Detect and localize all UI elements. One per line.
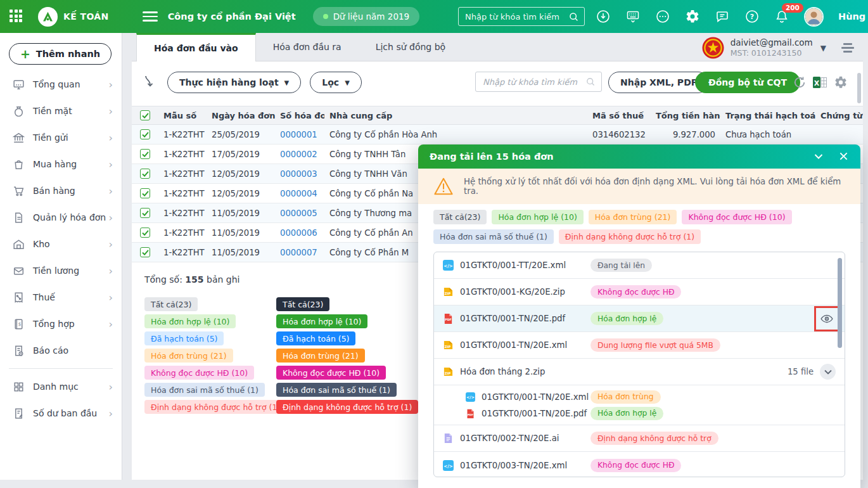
file-row[interactable]: ZIP 01GTKT0/001-KG/20E.zip Không đọc đượ… (434, 279, 845, 305)
column-header[interactable]: Mã số thuế (587, 111, 651, 120)
row-checkbox[interactable] (140, 247, 150, 257)
global-search[interactable] (458, 7, 585, 26)
notifications-bell-icon[interactable]: 200 (774, 9, 789, 24)
chevron-down-icon[interactable]: ▼ (820, 44, 826, 53)
row-checkbox[interactable] (140, 129, 150, 139)
table-search-input[interactable] (482, 77, 585, 87)
tag-posted[interactable]: Đã hạch toán (5) (276, 331, 355, 345)
file-row-archive[interactable]: ZIP Hóa đơn tháng 2.zip 15 file (434, 359, 845, 385)
tag-posted[interactable]: Đã hạch toán (5) (144, 331, 224, 345)
table-search[interactable] (475, 72, 602, 92)
tag-unreadable[interactable]: Không đọc được HĐ (10) (144, 366, 254, 380)
data-year-badge[interactable]: Dữ liệu năm 2019 (313, 7, 420, 26)
column-header[interactable]: Mẫu số (158, 111, 207, 120)
row-checkbox[interactable] (140, 169, 150, 179)
invoice-number-link[interactable]: 0000001 (275, 130, 324, 139)
list-scrollbar-thumb[interactable] (838, 258, 842, 348)
sidebar-item-thue[interactable]: Thuế › (0, 284, 122, 311)
tag-wrong-tax-code[interactable]: Hóa đơn sai mã số thuế (1) (144, 383, 265, 397)
file-subrow[interactable]: PDF 01GTKT0/001-TN/20E.pdf Hóa đơn hợp l… (434, 405, 845, 421)
quick-add-button[interactable]: + Thêm nhanh (9, 43, 112, 65)
column-header[interactable]: Nhà cung cấp (324, 111, 587, 120)
sort-icon[interactable] (142, 74, 156, 91)
global-search-input[interactable] (464, 11, 568, 22)
row-checkbox[interactable] (140, 149, 150, 159)
invoice-number-link[interactable]: 0000007 (275, 248, 324, 257)
file-row[interactable]: </> 01GTKT0/001-TT/20E.xml Đang tải lên (434, 252, 845, 279)
chat-icon[interactable] (715, 9, 730, 24)
tag-valid[interactable]: Hóa đơn hợp lệ (10) (492, 210, 583, 224)
tag-unsupported-format[interactable]: Định dạng không được hỗ trợ (1) (144, 400, 286, 414)
file-row[interactable]: </> 01GTKT0/003-TN/20E.xml Không đọc đượ… (434, 452, 845, 478)
sidebar-item-ban-hang[interactable]: Bán hàng › (0, 177, 122, 204)
sidebar-item-so-du-ban-dau[interactable]: Số dư ban đầu › (0, 400, 122, 427)
invoice-number-link[interactable]: 0000004 (275, 189, 324, 198)
user-avatar[interactable] (804, 7, 824, 27)
tag-wrong-tax-code[interactable]: Hóa đơn sai mã số thuế (1) (433, 229, 554, 244)
user-menu[interactable]: Hùng (838, 11, 868, 22)
column-header[interactable]: Số hóa đơn (275, 111, 324, 120)
sidebar-item-tien-mat[interactable]: Tiền mặt › (0, 98, 122, 124)
download-icon[interactable] (596, 9, 611, 24)
tag-unsupported-format[interactable]: Định dạng không được hỗ trợ (1) (559, 229, 701, 244)
file-row-highlighted[interactable]: PDF 01GTKT0/001-TN/20E.pdf Hóa đơn hợp l… (434, 305, 845, 332)
sidebar-item-tien-gui[interactable]: Tiền gửi › (0, 124, 122, 151)
sidebar-item-mua-hang[interactable]: Mua hàng › (0, 151, 122, 177)
sidebar-item-quan-ly-hoa-don[interactable]: Quản lý hóa đơn › (0, 204, 122, 231)
tab-hoa-don-dau-ra[interactable]: Hóa đơn đầu ra (256, 33, 359, 61)
tag-unreadable[interactable]: Không đọc được HĐ (10) (276, 366, 386, 380)
invoice-number-link[interactable]: 0000006 (275, 228, 324, 238)
sidebar-item-tien-luong[interactable]: Tiền lương › (0, 257, 122, 284)
tag-all[interactable]: Tất cả(23) (276, 297, 329, 311)
table-row[interactable]: 1-K22THT 25/05/2019 0000001 Công ty Cổ p… (132, 125, 863, 144)
invoice-number-link[interactable]: 0000003 (275, 169, 324, 179)
filter-button[interactable]: Lọc ▼ (310, 72, 362, 93)
list-view-icon[interactable] (841, 43, 854, 53)
export-excel-icon[interactable]: X (812, 75, 827, 89)
refresh-icon[interactable] (793, 75, 807, 89)
sidebar-item-bao-cao[interactable]: Báo cáo (0, 337, 122, 364)
tag-all[interactable]: Tất cả(23) (433, 210, 487, 224)
tag-unsupported-format[interactable]: Định dạng không được hỗ trợ (1) (276, 400, 418, 414)
tag-duplicate[interactable]: Hóa đơn trùng (21) (276, 349, 365, 363)
sidebar-item-tong-quan[interactable]: Tổng quan › (0, 71, 122, 98)
expand-chevron-button[interactable] (820, 364, 836, 380)
help-icon[interactable]: ? (744, 9, 760, 24)
row-checkbox[interactable] (140, 208, 150, 218)
settings-gear-icon[interactable] (685, 9, 700, 24)
invoice-number-link[interactable]: 0000002 (275, 150, 324, 159)
tag-all[interactable]: Tất cả(23) (144, 297, 198, 311)
tax-account-selector[interactable]: daiviet@gmail.com MST: 0101243150 ▼ (702, 37, 854, 59)
column-header[interactable]: Trạng thái hạch toán (720, 111, 815, 120)
bulk-action-button[interactable]: Thực hiện hàng loạt ▼ (167, 72, 301, 93)
company-name[interactable]: Công ty cổ phần Đại Việt (168, 11, 296, 22)
invoice-number-link[interactable]: 0000005 (275, 209, 324, 218)
file-row[interactable]: 01GTKT0/002-TN/20E.ai Định dạng không đư… (434, 425, 845, 452)
tag-valid[interactable]: Hóa đơn hợp lệ (10) (276, 314, 367, 328)
tag-duplicate[interactable]: Hóa đơn trùng (21) (144, 349, 233, 363)
column-header[interactable]: Ngày hóa đơn (207, 111, 275, 120)
sidebar-item-danh-muc[interactable]: Danh mục › (0, 373, 122, 400)
tag-duplicate[interactable]: Hóa đơn trùng (21) (589, 210, 677, 224)
select-all-checkbox[interactable] (140, 110, 150, 120)
column-header[interactable]: Chứng từ hạch toán (815, 111, 863, 120)
row-checkbox[interactable] (140, 228, 150, 238)
import-xml-pdf-button[interactable]: Nhập XML, PDF (608, 72, 709, 93)
file-subrow[interactable]: </> 01GTKT0/001-TN/20E.xml Hóa đơn trùng (434, 388, 845, 405)
tag-valid[interactable]: Hóa đơn hợp lệ (10) (144, 314, 236, 328)
table-settings-gear-icon[interactable] (834, 75, 848, 89)
row-checkbox[interactable] (140, 188, 150, 198)
sidebar-item-kho[interactable]: Kho › (0, 231, 122, 257)
tag-unreadable[interactable]: Không đọc được HĐ (10) (682, 210, 791, 224)
tag-wrong-tax-code[interactable]: Hóa đơn sai mã số thuế (1) (276, 383, 397, 397)
sidebar-item-tong-hop[interactable]: $ Tổng hợp › (0, 311, 122, 337)
more-options-icon[interactable] (655, 9, 670, 24)
apps-grid-icon[interactable] (10, 10, 23, 23)
collapse-chevron-icon[interactable] (814, 151, 824, 162)
menu-icon[interactable] (143, 9, 158, 24)
tab-hoa-don-dau-vao[interactable]: Hóa đơn đầu vào (136, 33, 256, 61)
keyboard-icon[interactable] (625, 9, 641, 24)
preview-eye-button[interactable] (814, 306, 839, 331)
sync-cqt-button[interactable]: Đồng bộ từ CQT (695, 72, 800, 93)
close-icon[interactable] (839, 151, 849, 162)
